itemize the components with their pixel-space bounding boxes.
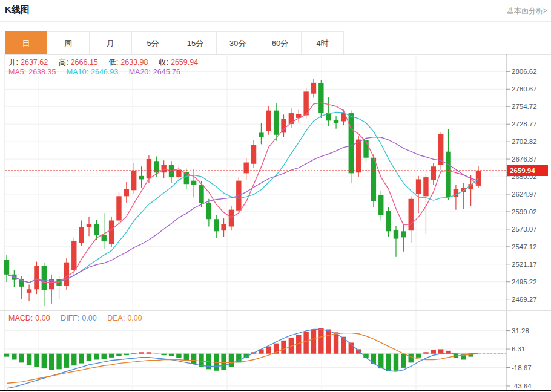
macd-hist-bar [303, 332, 308, 354]
candle-body [266, 111, 271, 131]
candle-body [56, 279, 61, 286]
candle-body [446, 152, 450, 197]
macd-hist-bar [116, 354, 121, 356]
macd-hist-bar [79, 354, 84, 364]
diff-line [7, 330, 478, 389]
candle-body [259, 132, 263, 137]
macd-hist-bar [147, 352, 151, 353]
macd-axis-label: -43.64 [512, 382, 532, 390]
candle-body [191, 181, 196, 185]
macd-hist-bar [191, 354, 196, 364]
macd-hist-bar [431, 350, 436, 354]
tab-30分[interactable]: 30分 [217, 31, 259, 54]
price-axis-label: 2728.77 [512, 120, 537, 128]
candle-body [243, 163, 248, 174]
price-axis-label: 2469.27 [512, 296, 537, 303]
macd-chart[interactable]: 31.286.31-18.67-43.64 [0, 311, 551, 390]
macd-hist-bar [4, 354, 9, 357]
candle-body [349, 113, 354, 173]
tab-周[interactable]: 周 [47, 31, 90, 54]
macd-hist-bar [386, 354, 391, 371]
candle-body [229, 210, 234, 227]
svg-text:2659.94: 2659.94 [510, 167, 535, 174]
macd-hist-bar [176, 354, 181, 358]
macd-hist-bar [169, 354, 174, 356]
macd-hist-bar [221, 354, 226, 370]
macd-axis-label: 31.28 [512, 327, 529, 335]
macd-hist-bar [438, 349, 443, 353]
timeframe-tabs: 日周月5分15分30分60分4时 [5, 31, 551, 55]
macd-hist-bar [12, 354, 16, 360]
macd-hist-bar [124, 354, 129, 355]
price-axis-label: 2780.67 [512, 85, 537, 93]
candle-body [131, 171, 136, 190]
macd-hist-bar [71, 354, 76, 366]
macd-hist-bar [394, 354, 398, 371]
candle-body [431, 166, 436, 180]
candle-body [147, 159, 151, 178]
macd-hist-bar [154, 354, 159, 354]
macd-hist-bar [311, 329, 316, 353]
candle-body [409, 199, 414, 230]
candle-body [394, 230, 398, 239]
macd-hist-bar [56, 354, 61, 370]
macd-hist-bar [356, 349, 361, 353]
macd-hist-bar [94, 354, 99, 360]
candle-body [416, 179, 421, 194]
candle-body [161, 165, 166, 172]
price-axis-label: 2702.82 [512, 138, 537, 145]
current-price-flag: 2659.94 [507, 165, 548, 176]
macd-hist-bar [34, 354, 39, 367]
tab-15分[interactable]: 15分 [174, 31, 217, 54]
tab-日[interactable]: 日 [5, 31, 47, 54]
candle-body [169, 165, 174, 177]
candle-body [34, 266, 39, 289]
price-axis-label: 2495.22 [512, 278, 537, 286]
macd-hist-bar [49, 354, 54, 370]
tab-4时[interactable]: 4时 [302, 31, 344, 54]
macd-axis-label: 6.31 [512, 345, 525, 353]
price-axis-label: 2599.02 [512, 208, 537, 215]
candle-body [176, 170, 181, 177]
candle-body [102, 235, 107, 241]
candle-body [71, 241, 76, 270]
page-title: K线图 [5, 4, 30, 16]
candle-body [371, 158, 376, 201]
ma5-line [7, 103, 478, 283]
macd-hist-bar [102, 354, 107, 359]
fundamental-analysis-link[interactable]: 基本面分析> [507, 6, 547, 16]
candle-body [124, 189, 129, 196]
candle-body [423, 177, 428, 196]
macd-axis-label: -18.67 [512, 364, 532, 371]
candle-body [378, 195, 383, 215]
tab-5分[interactable]: 5分 [132, 31, 174, 54]
candle-body [251, 145, 256, 164]
macd-hist-bar [161, 354, 166, 355]
candle-body [221, 224, 226, 230]
candle-body [214, 219, 219, 231]
candle-body [27, 289, 31, 293]
candle-body [334, 120, 338, 123]
price-axis-label: 2676.87 [512, 155, 537, 163]
candle-body [318, 83, 323, 113]
tab-月[interactable]: 月 [90, 31, 132, 54]
candle-body [401, 231, 406, 237]
price-axis-label: 2573.07 [512, 226, 537, 233]
macd-hist-bar [229, 354, 234, 367]
candle-body [199, 185, 203, 203]
candle-body [42, 266, 47, 290]
macd-hist-bar [27, 354, 31, 365]
price-axis-label: 2624.97 [512, 191, 537, 198]
tab-60分[interactable]: 60分 [259, 31, 302, 54]
macd-hist-bar [87, 354, 91, 361]
candle-body [79, 227, 84, 243]
candle-body [94, 224, 99, 235]
price-axis-label: 2754.72 [512, 103, 537, 110]
macd-hist-bar [326, 329, 331, 353]
candlestick-chart[interactable]: 2806.622780.672754.722728.772702.822676.… [0, 54, 551, 311]
candle-body [386, 211, 391, 231]
candle-body [206, 203, 211, 219]
macd-hist-bar [64, 354, 69, 368]
candle-body [311, 83, 316, 94]
price-axis-label: 2806.62 [512, 68, 537, 75]
